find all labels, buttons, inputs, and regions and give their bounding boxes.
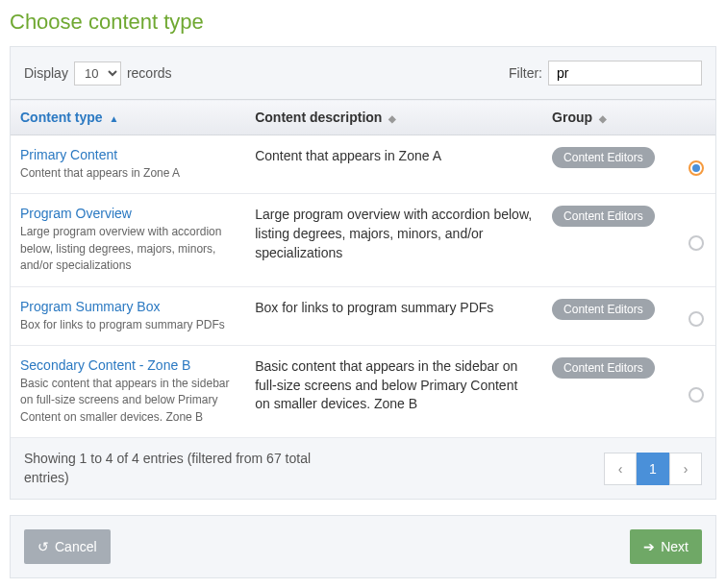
content-type-link[interactable]: Program Overview bbox=[20, 206, 236, 221]
page-title: Choose content type bbox=[0, 0, 726, 46]
filter-label: Filter: bbox=[509, 65, 542, 81]
display-label-after: records bbox=[127, 65, 172, 81]
arrow-right-icon: ➔ bbox=[643, 539, 655, 554]
content-table: Content type ▲ Content description ◆ Gro… bbox=[11, 99, 715, 438]
sort-both-icon: ◆ bbox=[388, 113, 396, 124]
col-header-description[interactable]: Content description ◆ bbox=[245, 100, 542, 135]
content-type-sub: Box for links to program summary PDFs bbox=[20, 317, 236, 333]
sort-both-icon: ◆ bbox=[599, 113, 607, 124]
table-row: Program Summary Box Box for links to pro… bbox=[11, 286, 715, 345]
pager-prev[interactable]: ‹ bbox=[604, 453, 637, 485]
select-radio[interactable] bbox=[688, 235, 704, 251]
table-row: Secondary Content - Zone B Basic content… bbox=[11, 345, 715, 437]
sort-asc-icon: ▲ bbox=[109, 113, 118, 124]
next-label: Next bbox=[661, 539, 688, 554]
display-length: Display 10 records bbox=[24, 61, 172, 86]
table-footer: Showing 1 to 4 of 4 entries (filtered fr… bbox=[11, 438, 715, 499]
content-description: Content that appears in Zone A bbox=[255, 147, 533, 166]
cancel-label: Cancel bbox=[55, 539, 97, 554]
filter-wrap: Filter: bbox=[509, 61, 702, 86]
group-badge: Content Editors bbox=[552, 299, 655, 320]
actions-bar: ↺ Cancel ➔ Next bbox=[10, 515, 716, 578]
display-select[interactable]: 10 bbox=[74, 61, 121, 86]
select-radio[interactable] bbox=[688, 311, 704, 327]
table-row: Program Overview Large program overview … bbox=[11, 194, 715, 286]
next-button[interactable]: ➔ Next bbox=[630, 529, 702, 564]
select-radio[interactable] bbox=[688, 387, 704, 403]
content-type-link[interactable]: Primary Content bbox=[20, 147, 236, 162]
group-badge: Content Editors bbox=[552, 147, 655, 168]
col-header-group[interactable]: Group ◆ bbox=[542, 100, 677, 135]
group-badge: Content Editors bbox=[552, 357, 655, 379]
group-badge: Content Editors bbox=[552, 206, 655, 227]
showing-info: Showing 1 to 4 of 4 entries (filtered fr… bbox=[24, 450, 313, 487]
col-header-select bbox=[677, 100, 715, 135]
content-type-sub: Large program overview with accordion be… bbox=[20, 224, 236, 274]
content-type-sub: Basic content that appears in the sideba… bbox=[20, 376, 236, 426]
content-type-link[interactable]: Program Summary Box bbox=[20, 299, 236, 314]
content-type-link[interactable]: Secondary Content - Zone B bbox=[20, 357, 236, 373]
content-description: Basic content that appears in the sideba… bbox=[255, 357, 533, 414]
pager: ‹ 1 › bbox=[604, 453, 702, 485]
cancel-button[interactable]: ↺ Cancel bbox=[24, 529, 111, 564]
content-panel: Display 10 records Filter: Content type … bbox=[10, 46, 716, 500]
undo-icon: ↺ bbox=[38, 539, 49, 554]
select-radio[interactable] bbox=[688, 160, 704, 176]
content-description: Large program overview with accordion be… bbox=[255, 206, 533, 262]
content-type-sub: Content that appears in Zone A bbox=[20, 165, 236, 182]
filter-input[interactable] bbox=[548, 61, 702, 86]
col-header-label: Group bbox=[552, 110, 592, 125]
col-header-label: Content type bbox=[20, 110, 103, 125]
table-row: Primary Content Content that appears in … bbox=[11, 135, 715, 194]
col-header-label: Content description bbox=[255, 110, 382, 125]
display-label-before: Display bbox=[24, 65, 68, 81]
pager-page-1[interactable]: 1 bbox=[637, 453, 669, 485]
col-header-content-type[interactable]: Content type ▲ bbox=[11, 100, 245, 135]
controls-row: Display 10 records Filter: bbox=[11, 47, 715, 99]
pager-next[interactable]: › bbox=[669, 453, 702, 485]
content-description: Box for links to program summary PDFs bbox=[255, 299, 533, 318]
